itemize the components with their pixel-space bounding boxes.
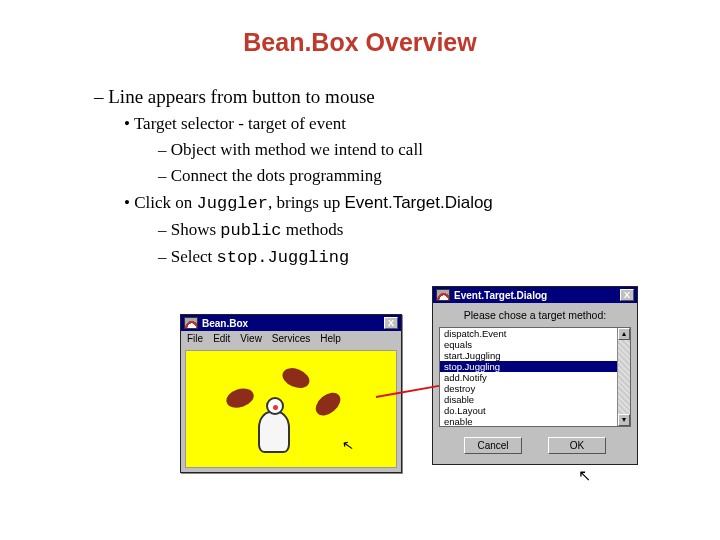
menu-view[interactable]: View — [240, 333, 262, 344]
bullet-l2-2a: Click on — [134, 193, 196, 212]
menu-help[interactable]: Help — [320, 333, 341, 344]
bean-icon — [280, 364, 313, 391]
menu-file[interactable]: File — [187, 333, 203, 344]
list-item[interactable]: equals — [440, 339, 630, 350]
dialog-name: Event.Target.Dialog — [344, 193, 492, 212]
public-code: public — [220, 221, 281, 240]
list-item[interactable]: start.Juggling — [440, 350, 630, 361]
bullet-l3-4a: Select — [171, 247, 217, 266]
bullet-l2-1: Target selector - target of event — [134, 114, 346, 133]
scroll-down-icon[interactable]: ▾ — [618, 414, 630, 426]
dialog-title: Event.Target.Dialog — [454, 290, 547, 301]
cursor-icon: ↖ — [341, 436, 356, 454]
menu-edit[interactable]: Edit — [213, 333, 230, 344]
beanbox-canvas[interactable]: ↖ — [185, 350, 397, 468]
dialog-titlebar[interactable]: Event.Target.Dialog X — [433, 287, 637, 303]
beanbox-title: Bean.Box — [202, 318, 248, 329]
cursor-icon: ↖ — [578, 466, 591, 485]
bullet-l3-1: Object with method we intend to call — [171, 140, 423, 159]
beanbox-titlebar[interactable]: Bean.Box X — [181, 315, 401, 331]
list-item[interactable]: disable — [440, 394, 630, 405]
bullet-l3-2: Connect the dots programming — [171, 166, 382, 185]
beanbox-window: Bean.Box X File Edit View Services Help … — [180, 314, 402, 473]
juggler-icon[interactable] — [258, 411, 290, 453]
juggler-nose-icon — [273, 405, 278, 410]
ok-button[interactable]: OK — [548, 437, 606, 454]
bullet-l3-3a: Shows — [171, 220, 221, 239]
list-item[interactable]: add.Notify — [440, 372, 630, 383]
method-listbox[interactable]: dispatch.Event equals start.Juggling sto… — [439, 327, 631, 427]
dialog-message: Please chose a target method: — [433, 303, 637, 325]
bean-icon — [311, 388, 344, 420]
bullet-list: Line appears from button to mouse — [94, 83, 640, 111]
page-title: Bean.Box Overview — [80, 28, 640, 57]
bean-icon — [224, 385, 256, 411]
close-icon[interactable]: X — [620, 289, 634, 301]
list-item[interactable]: destroy — [440, 383, 630, 394]
java-cup-icon — [436, 289, 450, 301]
scrollbar[interactable]: ▴ ▾ — [617, 328, 630, 426]
bullet-l1-1: Line appears from button to mouse — [108, 86, 374, 107]
juggler-code: Juggler — [197, 194, 268, 213]
list-item[interactable]: do.Layout — [440, 405, 630, 416]
list-item[interactable]: enable — [440, 416, 630, 427]
cancel-button[interactable]: Cancel — [464, 437, 522, 454]
bullet-l2-2b: , brings up — [268, 193, 345, 212]
list-item-selected[interactable]: stop.Juggling — [440, 361, 630, 372]
scroll-up-icon[interactable]: ▴ — [618, 328, 630, 340]
stopjuggling-code: stop.Juggling — [217, 248, 350, 267]
menu-services[interactable]: Services — [272, 333, 310, 344]
figures-area: Bean.Box X File Edit View Services Help … — [180, 314, 680, 514]
java-cup-icon — [184, 317, 198, 329]
bullet-l3-3b: methods — [282, 220, 344, 239]
scroll-track[interactable] — [618, 340, 630, 414]
list-item[interactable]: dispatch.Event — [440, 328, 630, 339]
close-icon[interactable]: X — [384, 317, 398, 329]
event-target-dialog: Event.Target.Dialog X Please chose a tar… — [432, 286, 638, 465]
beanbox-menubar: File Edit View Services Help — [181, 331, 401, 346]
